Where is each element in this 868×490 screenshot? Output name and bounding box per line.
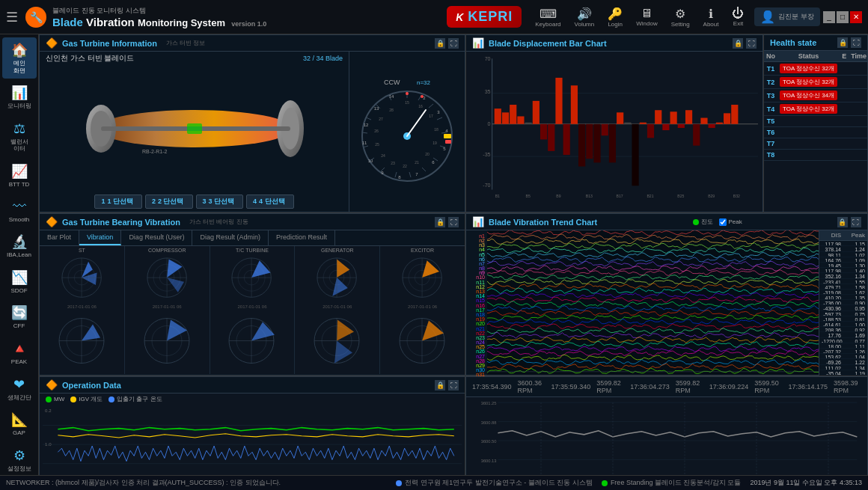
trend-val-row-n12: -736.000.90: [819, 300, 867, 305]
health-expand-button[interactable]: ⛶: [851, 37, 861, 48]
tab-diag-admin[interactable]: Diag Result (Admin): [192, 230, 269, 245]
sidebar-item-sdof[interactable]: 📉 SDOF: [2, 265, 37, 299]
turbine-image-area: RB-2-R1-2: [82, 65, 307, 192]
toolbar-login[interactable]: 🔑 Login: [603, 5, 627, 29]
sidebar-item-btt[interactable]: 📈 BTT TD: [2, 159, 37, 193]
health-e-4: [840, 116, 849, 127]
toolbar-volume[interactable]: 🔊 Volumn: [570, 5, 599, 29]
polar-time-comp: 2017-01-01 06: [153, 304, 182, 309]
trend-val-row-n7: 352.161.34: [819, 273, 867, 278]
polar-svg-turb-2: [216, 312, 287, 372]
sidebar-item-health[interactable]: ❤ 생체간단: [2, 372, 37, 406]
toolbar-about[interactable]: ℹ About: [699, 5, 724, 29]
sidebar-item-peak[interactable]: 🔺 PEAK: [2, 336, 37, 370]
polar-label-turbine: T/C TURBINE: [236, 248, 269, 253]
sidebar-item-gap[interactable]: 📐 GAP: [2, 407, 37, 441]
toolbar-window[interactable]: 🖥 Window: [632, 5, 661, 28]
polar-label-compressor: COMPRESSOR: [148, 248, 186, 253]
home-icon: 🏠: [11, 42, 28, 58]
dis-val-n8: -233.41: [819, 279, 843, 284]
legend-dis: 진도: [693, 218, 713, 226]
stage1-button[interactable]: 11 단선택: [94, 195, 142, 209]
trend-chart-svg-area: [487, 230, 819, 375]
svg-text:B25: B25: [677, 194, 684, 198]
blade-displacement-chart-area: 70 35 0 -35 -70: [466, 52, 762, 212]
polar-chart-generator: GENERATOR 2017-01-01 06: [295, 246, 380, 310]
op-legend-temp: 입출기 출구 온도: [109, 395, 162, 403]
trend-legend: 진도 Peak: [693, 218, 742, 226]
peak-val-n13: 0.95: [843, 305, 867, 310]
peak-checkbox[interactable]: [719, 218, 727, 226]
close-button[interactable]: ✕: [850, 11, 862, 23]
trend-val-row-n1: 117.981.15: [819, 241, 867, 246]
polar-time-st: 2017-01-01 06: [67, 304, 97, 309]
toolbar-setting[interactable]: ⚙ Setting: [667, 5, 694, 29]
trend-val-row-n16: -614.611.00: [819, 322, 867, 327]
tab-bar-plot[interactable]: Bar Plot: [40, 230, 79, 245]
polar-label-generator: GENERATOR: [321, 248, 354, 253]
standing-dot: [602, 480, 608, 486]
health-status-5: [777, 127, 840, 138]
sidebar-item-cff[interactable]: 🔄 CFF: [2, 300, 37, 334]
rpm-svg: 3601.25 3600.88 3600.50 3600.13 3599.75: [469, 399, 864, 475]
sidebar-item-monitor[interactable]: 📊 모니터링: [2, 80, 37, 114]
svg-rect-97: [709, 124, 715, 128]
sidebar-item-settings[interactable]: ⚙ 설정정보: [2, 443, 37, 477]
trend-val-row-n3: 98.111.02: [819, 252, 867, 257]
polar-chart-compressor: COMPRESSOR 2017-01-01 06: [125, 246, 210, 310]
tab-vibration[interactable]: Vibration: [79, 230, 121, 245]
op-lock-button[interactable]: 🔒: [435, 380, 445, 391]
trend-val-row-n15: -188.530.81: [819, 316, 867, 322]
maximize-button[interactable]: □: [837, 11, 849, 23]
tab-diag-user[interactable]: Diag Result (User): [121, 230, 192, 245]
svg-rect-91: [662, 124, 669, 130]
sidebar-item-iba[interactable]: 🔬 IBA,Lean: [2, 229, 37, 263]
polar-charts-row1: ST 2017-01-01 06: [40, 246, 465, 310]
svg-rect-99: [724, 113, 730, 123]
blade-displacement-title: Blade Displacement Bar Chart: [489, 39, 607, 48]
gas-turbine-lock-button[interactable]: 🔒: [435, 38, 445, 49]
status-badge-1: TOA 정상수신 32개: [780, 77, 837, 87]
toolbar-exit[interactable]: ⏻ Exit: [727, 5, 748, 28]
svg-rect-98: [716, 123, 723, 124]
monitor-icon: 📊: [11, 85, 28, 101]
svg-rect-82: [593, 124, 600, 163]
peak-val-n17: 0.92: [843, 327, 867, 331]
trend-expand-button[interactable]: ⛶: [851, 217, 861, 227]
health-icon: ❤: [13, 376, 25, 393]
peak-val-n11: 1.35: [843, 295, 867, 299]
menu-icon[interactable]: ☰: [6, 9, 18, 25]
health-lock-button[interactable]: 🔒: [837, 37, 848, 48]
svg-rect-76: [548, 124, 554, 151]
svg-text:27: 27: [379, 117, 383, 121]
gas-turbine-expand-button[interactable]: ⛶: [448, 38, 459, 49]
sidebar-item-main[interactable]: 🏠 메인화면: [2, 37, 37, 79]
svg-text:17: 17: [429, 114, 433, 118]
system-icon: 🔧: [25, 7, 46, 28]
blade-displacement-header: 📊 Blade Displacement Bar Chart 🔒 ⛶: [466, 35, 762, 52]
svg-rect-94: [685, 110, 692, 124]
trend-val-row-n4: 164.761.09: [819, 257, 867, 263]
blade-disp-expand-button[interactable]: ⛶: [746, 38, 757, 49]
op-expand-button[interactable]: ⛶: [448, 380, 459, 391]
toolbar-keyboard[interactable]: ⌨ Keyboard: [531, 5, 565, 29]
polar-time-exc: 2017-01-01 06: [408, 304, 437, 309]
standing-label: Free Standing 블레이드 진동분석/감지 모듈: [611, 478, 742, 488]
sidebar-item-smooth[interactable]: 〰 Smooth: [2, 195, 37, 228]
sidebar: 🏠 메인화면 📊 모니터링 ⚖ 밸런서이터 📈 BTT TD 〰 Smooth …: [0, 34, 39, 475]
sidebar-item-balance[interactable]: ⚖ 밸런서이터: [2, 116, 37, 157]
trend-lock-button[interactable]: 🔒: [837, 217, 848, 227]
svg-text:B5: B5: [525, 194, 530, 198]
blade-disp-lock-button[interactable]: 🔒: [733, 38, 743, 49]
stage4-button[interactable]: 44 단선택: [246, 195, 294, 209]
svg-rect-90: [655, 110, 661, 124]
bearing-lock-button[interactable]: 🔒: [435, 217, 445, 227]
health-no-7: T8: [764, 150, 777, 161]
bearing-expand-button[interactable]: ⛶: [448, 217, 459, 227]
middle-row: 🔶 Gas Turbine Bearing Vibration 가스 터빈 베어…: [39, 213, 868, 376]
dis-val-n25: -35.04: [819, 370, 843, 375]
tab-prediction[interactable]: Prediction Result: [269, 230, 335, 245]
stage2-button[interactable]: 22 단선택: [145, 195, 193, 209]
stage3-button[interactable]: 33 단선택: [196, 195, 244, 209]
minimize-button[interactable]: _: [823, 11, 835, 23]
